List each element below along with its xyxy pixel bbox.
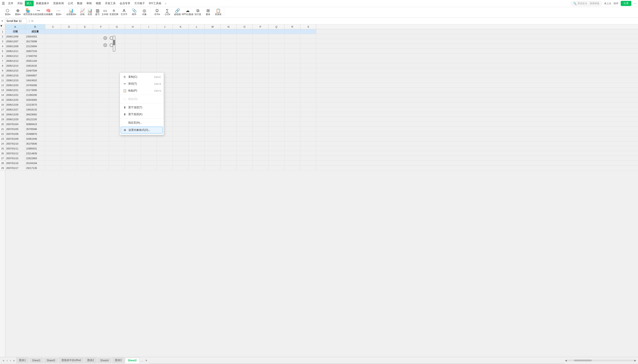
row-header-10[interactable]: 10: [0, 73, 5, 78]
grid-cell[interactable]: [300, 112, 316, 117]
grid-cell[interactable]: [109, 54, 125, 58]
grid-cell[interactable]: [237, 151, 253, 156]
tab-chart2[interactable]: 图表2: [84, 357, 97, 363]
grid-cell[interactable]: [205, 44, 221, 48]
grid-cell[interactable]: [77, 68, 93, 73]
grid-cell[interactable]: 2007/01/09: [5, 136, 25, 141]
tab-nav-prev[interactable]: ‹: [6, 359, 9, 362]
grid-cell[interactable]: [284, 58, 300, 63]
row-header-17[interactable]: 17: [0, 107, 5, 112]
grid-cell[interactable]: [77, 58, 93, 63]
grid-cell[interactable]: [109, 151, 125, 156]
grid-cell[interactable]: 26170088: [25, 39, 45, 44]
grid-cell[interactable]: 32943083: [25, 98, 45, 102]
grid-cell[interactable]: [45, 122, 61, 126]
grid-cell[interactable]: [284, 132, 300, 136]
grid-cell[interactable]: [61, 136, 77, 141]
grid-cell[interactable]: [157, 49, 173, 53]
grid-cell[interactable]: [45, 29, 61, 34]
grid-cell[interactable]: [173, 141, 189, 146]
grid-cell[interactable]: [253, 132, 269, 136]
grid-cell[interactable]: [173, 127, 189, 131]
grid-cell[interactable]: [125, 63, 141, 68]
collab-btn[interactable]: 协作: [614, 2, 618, 5]
grid-cell[interactable]: [221, 68, 237, 73]
grid-cell[interactable]: [77, 161, 93, 166]
col-header-K[interactable]: K: [173, 24, 189, 29]
grid-cell[interactable]: [300, 132, 316, 136]
grid-cell[interactable]: [109, 161, 125, 166]
grid-cell[interactable]: [77, 102, 93, 107]
row-header-27[interactable]: 27: [0, 156, 5, 161]
grid-cell[interactable]: [77, 107, 93, 112]
grid-cell[interactable]: [205, 98, 221, 102]
grid-cell[interactable]: [77, 146, 93, 151]
grid-cell[interactable]: [269, 127, 284, 131]
grid-cell[interactable]: [125, 151, 141, 156]
cell-reference-box[interactable]: Scroll Bar 11: [5, 18, 27, 24]
grid-cell[interactable]: [221, 78, 237, 82]
grid-cell[interactable]: [284, 122, 300, 126]
grid-cell[interactable]: [300, 83, 316, 88]
grid-cell[interactable]: [284, 63, 300, 68]
grid-cell[interactable]: [284, 83, 300, 88]
grid-cell[interactable]: [141, 156, 157, 160]
grid-cell[interactable]: 21280295: [25, 92, 45, 97]
grid-cell[interactable]: [61, 98, 77, 102]
grid-cell[interactable]: 2006/12/12: [5, 54, 25, 58]
row-header-2[interactable]: 2: [0, 34, 5, 39]
grid-cell[interactable]: 22173995: [25, 88, 45, 92]
grid-cell[interactable]: [141, 146, 157, 151]
grid-cell[interactable]: 2006/12/19: [5, 78, 25, 82]
grid-cell[interactable]: 50889423: [25, 122, 45, 126]
grid-cell[interactable]: 16769286: [25, 83, 45, 88]
grid-cell[interactable]: [221, 141, 237, 146]
grid-cell[interactable]: [221, 88, 237, 92]
grid-cell[interactable]: [205, 68, 221, 73]
menu-insert[interactable]: 插入: [25, 1, 34, 6]
grid-cell[interactable]: [45, 166, 61, 170]
grid-cell[interactable]: [189, 98, 205, 102]
grid-cell[interactable]: 23504352: [25, 34, 45, 39]
grid-cell[interactable]: [109, 39, 125, 44]
col-header-P[interactable]: P: [253, 24, 269, 29]
grid-cell[interactable]: [237, 112, 253, 117]
grid-cell[interactable]: [253, 68, 269, 73]
grid-cell[interactable]: [205, 132, 221, 136]
grid-cell[interactable]: [173, 63, 189, 68]
grid-cell[interactable]: [189, 141, 205, 146]
grid-cell[interactable]: [300, 29, 316, 34]
grid-cell[interactable]: [109, 141, 125, 146]
template-tool[interactable]: 🏪稻壳资源: [23, 8, 33, 17]
grid-cell[interactable]: [189, 54, 205, 58]
grid-cell[interactable]: [269, 98, 284, 102]
mind-tool[interactable]: 🧠在线脑图: [44, 8, 53, 17]
grid-cell[interactable]: [61, 34, 77, 39]
grid-cell[interactable]: [205, 63, 221, 68]
grid-cell[interactable]: [93, 146, 109, 151]
grid-cell[interactable]: [221, 34, 237, 39]
grid-cell[interactable]: [205, 83, 221, 88]
grid-cell[interactable]: [284, 49, 300, 53]
grid-cell[interactable]: 2006/12/08: [5, 44, 25, 48]
grid-cell[interactable]: [300, 141, 316, 146]
line-chart-tool[interactable]: 📈折线: [79, 8, 86, 17]
grid-cell[interactable]: [300, 122, 316, 126]
grid-cell[interactable]: [77, 92, 93, 97]
grid-cell[interactable]: [93, 151, 109, 156]
grid-cell[interactable]: [157, 136, 173, 141]
grid-cell[interactable]: [205, 54, 221, 58]
row-header-8[interactable]: 8: [0, 63, 5, 68]
row-header-14[interactable]: 14: [0, 92, 5, 98]
row-header-25[interactable]: 25: [0, 146, 5, 151]
grid-cell[interactable]: [284, 73, 300, 78]
grid-cell[interactable]: [61, 58, 77, 63]
grid-cell[interactable]: [300, 102, 316, 107]
ctx-format-object[interactable]: ⚙ 设置对象格式(O)...: [121, 127, 163, 134]
grid-cell[interactable]: [93, 44, 109, 48]
grid-cell[interactable]: [221, 117, 237, 122]
grid-cell[interactable]: [237, 39, 253, 44]
grid-cell[interactable]: [141, 44, 157, 48]
grid-cell[interactable]: [93, 136, 109, 141]
grid-cell[interactable]: [221, 127, 237, 131]
